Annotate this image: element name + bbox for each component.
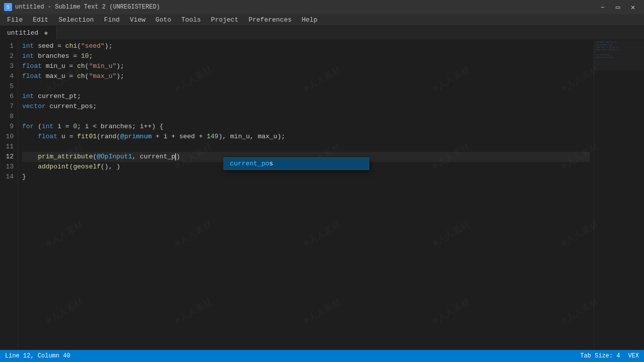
status-right: Tab Size: 4 VEX	[580, 352, 639, 359]
syntax-label[interactable]: VEX	[628, 352, 639, 359]
editor-container: 1 2 3 4 5 6 7 8 9 10 11 12 13 14 int see…	[0, 40, 644, 350]
menu-find[interactable]: Find	[99, 14, 125, 26]
line-num-9: 9	[0, 122, 14, 132]
line-num-2: 2	[0, 51, 14, 61]
title-bar: S untitled - Sublime Text 2 (UNREGISTERE…	[0, 0, 644, 14]
line-num-13: 13	[0, 162, 14, 172]
autocomplete-suffix: s	[269, 160, 273, 167]
line-num-1: 1	[0, 41, 14, 51]
code-editor[interactable]: int seed = chi("seed"); int branches = 1…	[18, 40, 594, 350]
app-icon: S	[4, 3, 12, 11]
autocomplete-match: current_po	[230, 160, 269, 167]
code-line-10: float u = fit01(rand(@primnum + i + seed…	[22, 132, 590, 142]
code-line-2: int branches = 10;	[22, 51, 590, 61]
line-num-6: 6	[0, 92, 14, 102]
tab-bar: untitled ●	[0, 26, 644, 40]
autocomplete-dropdown: current_pos	[223, 157, 369, 170]
code-line-11	[22, 142, 590, 152]
tab-close-button[interactable]: ●	[42, 29, 49, 37]
code-line-7: vector current_pos;	[22, 102, 590, 112]
tab-label: untitled	[7, 29, 38, 37]
status-left: Line 12, Column 40	[5, 352, 70, 359]
code-line-8	[22, 112, 590, 122]
menu-file[interactable]: File	[2, 14, 28, 26]
menu-bar: File Edit Selection Find View Goto Tools…	[0, 14, 644, 26]
menu-project[interactable]: Project	[206, 14, 244, 26]
menu-help[interactable]: Help	[297, 14, 323, 26]
code-line-14: }	[22, 172, 590, 182]
tab-size[interactable]: Tab Size: 4	[580, 352, 620, 359]
minimize-button[interactable]: –	[596, 2, 610, 13]
maximize-button[interactable]: ▭	[611, 2, 625, 13]
menu-selection[interactable]: Selection	[53, 14, 99, 26]
code-line-5	[22, 81, 590, 92]
tab-untitled[interactable]: untitled ●	[0, 26, 57, 40]
line-num-5: 5	[0, 81, 14, 92]
line-num-12: 12	[0, 152, 14, 162]
window-title: untitled - Sublime Text 2 (UNREGISTERED)	[15, 4, 596, 11]
minimap[interactable]: int seed = chi("seed"); int branches = 1…	[594, 40, 644, 350]
close-button[interactable]: ✕	[626, 2, 640, 13]
line-num-3: 3	[0, 61, 14, 71]
line-num-8: 8	[0, 112, 14, 122]
window-controls: – ▭ ✕	[596, 2, 640, 13]
menu-edit[interactable]: Edit	[28, 14, 53, 26]
line-numbers: 1 2 3 4 5 6 7 8 9 10 11 12 13 14	[0, 40, 18, 350]
autocomplete-item-0[interactable]: current_pos	[224, 158, 369, 169]
line-num-10: 10	[0, 132, 14, 142]
code-line-6: int current_pt;	[22, 92, 590, 102]
menu-tools[interactable]: Tools	[176, 14, 206, 26]
line-num-11: 11	[0, 142, 14, 152]
menu-view[interactable]: View	[125, 14, 150, 26]
menu-goto[interactable]: Goto	[150, 14, 176, 26]
code-line-9: for (int i = 0; i < branches; i++) {	[22, 122, 590, 132]
line-num-7: 7	[0, 102, 14, 112]
line-num-14: 14	[0, 172, 14, 182]
status-bar: Line 12, Column 40 Tab Size: 4 VEX	[0, 350, 644, 362]
code-line-3: float min_u = ch("min_u");	[22, 61, 590, 71]
menu-preferences[interactable]: Preferences	[244, 14, 297, 26]
code-line-1: int seed = chi("seed");	[22, 41, 590, 51]
code-line-4: float max_u = ch("max_u");	[22, 71, 590, 81]
line-num-4: 4	[0, 71, 14, 81]
cursor-position[interactable]: Line 12, Column 40	[5, 352, 70, 359]
